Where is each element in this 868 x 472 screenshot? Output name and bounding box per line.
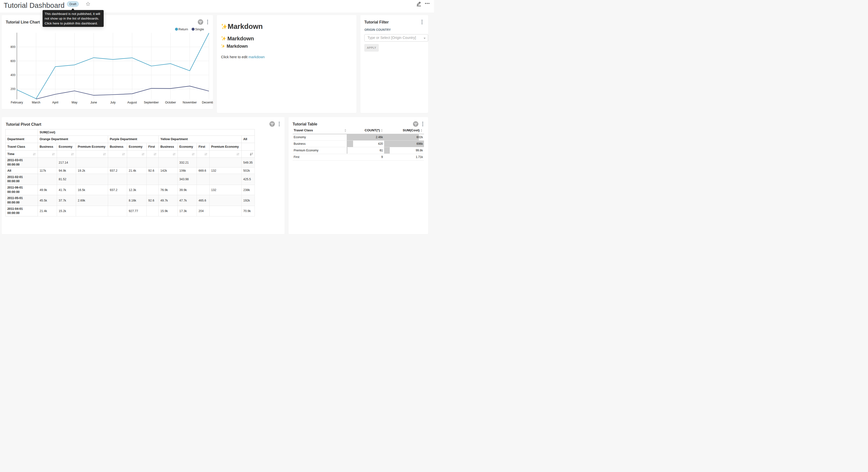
svg-text:May: May <box>72 101 78 104</box>
svg-text:Return: Return <box>179 27 188 31</box>
svg-text:March: March <box>32 101 40 104</box>
svg-text:200: 200 <box>10 87 16 91</box>
svg-text:800: 800 <box>10 45 16 49</box>
svg-text:400: 400 <box>10 73 16 77</box>
svg-text:August: August <box>127 101 137 104</box>
svg-text:Single: Single <box>195 27 204 31</box>
svg-text:September: September <box>144 101 159 104</box>
svg-text:December: December <box>202 101 213 104</box>
svg-text:July: July <box>110 101 116 104</box>
svg-text:October: October <box>165 101 176 104</box>
svg-text:June: June <box>90 101 97 104</box>
svg-text:600: 600 <box>10 59 16 63</box>
svg-text:February: February <box>11 101 23 104</box>
svg-text:April: April <box>52 101 58 104</box>
svg-text:November: November <box>183 101 197 104</box>
